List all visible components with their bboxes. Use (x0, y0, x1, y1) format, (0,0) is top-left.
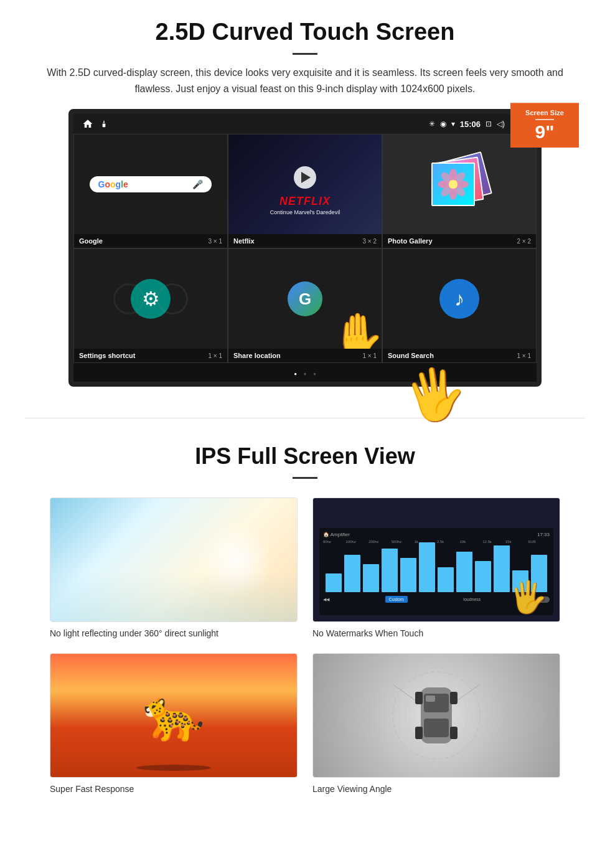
sunlight-image (50, 498, 298, 622)
ghost-icons (113, 283, 188, 314)
sound-app-size: 1 × 1 (517, 352, 531, 359)
speed-caption: Super Fast Response (50, 784, 298, 794)
gallery-app-name: Photo Gallery (388, 237, 433, 245)
netflix-app-name: Netflix (233, 237, 255, 245)
share-tile-content: G 🤚 (228, 249, 382, 349)
pagination-dots: ● ● ● (73, 363, 537, 382)
section2-title: IPS Full Screen View (37, 443, 573, 469)
wifi-icon: ▾ (451, 120, 455, 128)
home-icon (82, 118, 93, 130)
device-wrapper: Screen Size 9" (68, 109, 542, 387)
amp-custom-btn[interactable]: Custom (385, 596, 408, 603)
settings-app-name: Settings shortcut (79, 352, 135, 359)
google-search-bar[interactable]: Google 🎤 (90, 176, 212, 192)
photo-stack (431, 156, 487, 212)
cheetah-emoji: 🐆 (143, 686, 205, 745)
google-tile-footer: Google 3 × 1 (74, 234, 227, 248)
gallery-tile-footer: Photo Gallery 2 × 2 (383, 234, 536, 248)
touch-hand-icon: 🤚 (331, 310, 382, 349)
cheetah-shadow (136, 765, 211, 771)
share-app-size: 1 × 1 (362, 352, 377, 359)
car-image (312, 653, 560, 778)
netflix-logo: NETFLIX (279, 195, 331, 208)
status-left (82, 118, 108, 130)
angle-caption: Large Viewing Angle (312, 784, 560, 794)
usb-icon (100, 118, 108, 130)
gallery-app-size: 2 × 2 (517, 238, 531, 245)
car-top-view-svg (387, 666, 486, 765)
google-app-tile[interactable]: Google 🎤 Google 3 × 1 (73, 134, 228, 248)
watermarks-caption: No Watermarks When Touch (312, 628, 560, 638)
cheetah-visual: 🐆 (50, 654, 297, 777)
sound-search-tile[interactable]: ♪ Sound Search 1 × 1 (382, 248, 537, 363)
device-frame: ✳ ◉ ▾ 15:06 ⊡ ◁) ⊠ ▭ (68, 109, 542, 387)
svg-rect-21 (426, 696, 435, 702)
sunlight-visual (50, 498, 297, 621)
settings-app-size: 1 × 1 (208, 352, 222, 359)
svg-rect-19 (415, 727, 423, 739)
cheetah-image: 🐆 (50, 653, 298, 778)
section-divider (25, 418, 585, 418)
badge-divider (535, 119, 554, 120)
gallery-app-tile[interactable]: Photo Gallery 2 × 2 (382, 134, 537, 248)
eq-bar (382, 549, 398, 592)
share-tile-footer: Share location 1 × 1 (228, 349, 382, 362)
section1-description: With 2.5D curved-display screen, this de… (37, 65, 573, 97)
google-app-name: Google (79, 237, 103, 245)
eq-bar (419, 542, 435, 592)
netflix-overlay: NETFLIX Continue Marvel's Daredevil (228, 166, 382, 215)
settings-tile-content: ⚙ (74, 249, 227, 349)
amp-back-btn[interactable]: ◀◀ (323, 597, 329, 602)
netflix-app-tile[interactable]: NETFLIX Continue Marvel's Daredevil Netf… (228, 134, 382, 248)
section-curved-screen: 2.5D Curved Touch Screen With 2.5D curve… (0, 0, 610, 399)
netflix-bg: NETFLIX Continue Marvel's Daredevil (228, 134, 382, 234)
google-mic-icon[interactable]: 🎤 (192, 179, 203, 189)
volume-icon: ◁) (497, 120, 505, 128)
status-time: 15:06 (460, 120, 481, 129)
settings-app-tile[interactable]: ⚙ Settings shortcut 1 × 1 (73, 248, 228, 363)
svg-rect-16 (424, 719, 449, 737)
settings-tile-footer: Settings shortcut 1 × 1 (74, 349, 227, 362)
gallery-tile-content (383, 134, 536, 234)
location-icon: ◉ (440, 120, 446, 128)
eq-bar (400, 558, 416, 592)
google-tile-content: Google 🎤 (74, 134, 227, 234)
netflix-app-size: 3 × 2 (362, 238, 377, 245)
google-logo: Google (98, 179, 128, 189)
netflix-tile-footer: Netflix 3 × 2 (228, 234, 382, 248)
music-note-icon: ♪ (454, 288, 464, 311)
flower-icon (438, 169, 469, 200)
title-divider (293, 53, 317, 55)
play-triangle-icon (301, 172, 311, 183)
netflix-tile-content: NETFLIX Continue Marvel's Daredevil (228, 134, 382, 234)
app-grid: Google 🎤 Google 3 × 1 (73, 134, 537, 363)
eq-bar (363, 564, 379, 592)
feature-grid: No light reflecting under 360° direct su… (37, 498, 573, 794)
section2-title-bar (293, 477, 317, 479)
music-circle: ♪ (439, 279, 479, 319)
section1-title: 2.5D Curved Touch Screen (37, 19, 573, 45)
sunlight-caption: No light reflecting under 360° direct su… (50, 628, 298, 638)
share-location-tile[interactable]: G 🤚 Share location 1 × 1 (228, 248, 382, 363)
google-app-size: 3 × 1 (208, 238, 222, 245)
google-maps-icon: G (288, 281, 322, 316)
feature-angle: Large Viewing Angle (312, 653, 560, 794)
amplifier-image: 🏠 Amplifier 17:33 60hz100hz200hz500hz 1k… (312, 498, 560, 622)
amp-hand-icon: 🖐 (509, 579, 547, 615)
eq-bar (475, 561, 491, 592)
camera-icon: ⊡ (486, 120, 492, 128)
eq-bar (326, 573, 342, 592)
eq-bar (438, 567, 454, 592)
freq-labels: 60hz100hz200hz500hz 1k2.5k10k12.5k 15kSU… (323, 540, 550, 544)
car-visual (313, 654, 560, 777)
sound-tile-footer: Sound Search 1 × 1 (383, 349, 536, 362)
eq-bar (494, 545, 510, 592)
section-ips: IPS Full Screen View No light reflecting… (0, 437, 610, 806)
amp-time: 17:33 (537, 532, 550, 537)
netflix-subtitle: Continue Marvel's Daredevil (270, 209, 340, 215)
amp-title: 🏠 Amplifier (323, 532, 350, 537)
badge-label: Screen Size (515, 109, 574, 116)
netflix-play-button[interactable] (294, 166, 316, 189)
share-app-name: Share location (233, 352, 281, 359)
status-bar: ✳ ◉ ▾ 15:06 ⊡ ◁) ⊠ ▭ (73, 114, 537, 134)
